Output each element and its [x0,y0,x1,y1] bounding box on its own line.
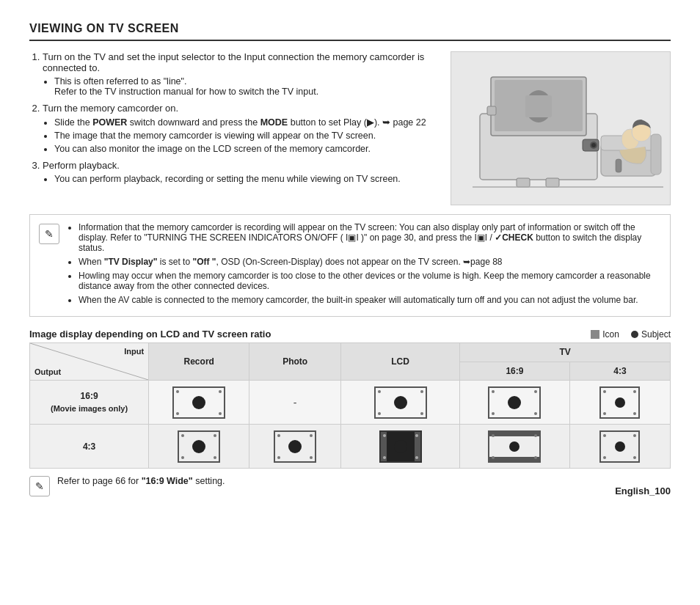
notes-section: ✎ Information that the memory camcorder … [29,214,671,317]
subject-circle [631,331,638,338]
col-record: Record [149,343,249,381]
svg-rect-7 [487,106,496,115]
legend-icon: Icon [591,329,619,340]
col-tv-16-9: 16:9 [460,362,570,381]
note-icon: ✎ [39,224,59,244]
row-16-9: 16:9(Movie images only) [30,381,671,425]
cell-4-3-record [149,425,249,469]
svg-rect-5 [517,178,530,187]
cell-16-9-lcd [341,381,460,425]
icon-square [591,330,599,339]
svg-point-17 [591,143,596,147]
footer-note-text: Refer to page 66 for "16:9 Wide" setting… [57,476,600,486]
page-title: VIEWING ON TV SCREEN [29,22,671,41]
cell-4-3-tv-4-3 [569,425,670,469]
svg-rect-4 [525,95,552,117]
step-2: Turn the memory camcorder on. Slide the … [43,103,436,154]
row-16-9-label: 16:9(Movie images only) [30,381,149,425]
legend-subject: Subject [631,329,671,340]
step-3: Perform playback. You can perform playba… [43,160,436,184]
row-4-3-label: 4:3 [30,425,149,469]
display-table: Input Output Record Photo LCD TV 16:9 4:… [29,342,671,469]
cell-16-9-photo: - [249,381,341,425]
cell-16-9-tv-4-3 [569,381,670,425]
svg-rect-10 [651,134,661,175]
tv-illustration [451,51,671,205]
col-photo: Photo [249,343,341,381]
instructions-section: Turn on the TV and set the input selecto… [29,51,436,205]
col-tv-4-3: 4:3 [569,362,670,381]
page-number: English_100 [615,485,671,496]
cell-16-9-record [149,381,249,425]
svg-rect-6 [546,178,559,187]
legend: Icon Subject [591,329,671,340]
footer-note-icon: ✎ [29,476,50,496]
step-1: Turn on the TV and set the input selecto… [43,51,436,97]
cell-4-3-tv-16-9 [460,425,570,469]
col-lcd: LCD [341,343,460,381]
col-tv: TV [460,343,671,362]
table-title: Image display depending on LCD and TV sc… [29,329,271,340]
svg-rect-13 [616,159,621,172]
cell-4-3-photo [249,425,341,469]
footer-note: ✎ Refer to page 66 for "16:9 Wide" setti… [29,476,600,496]
image-display-section: Image display depending on LCD and TV sc… [29,329,671,469]
row-4-3: 4:3 [30,425,671,469]
cell-4-3-lcd [341,425,460,469]
cell-16-9-tv-16-9 [460,381,570,425]
